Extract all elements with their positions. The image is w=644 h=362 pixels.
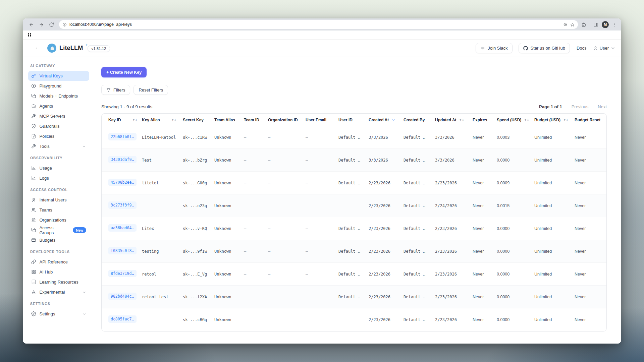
key-id-link[interactable]: 22b68fb0f0… bbox=[108, 133, 137, 140]
sidebar-item-teams[interactable]: Teams bbox=[28, 205, 89, 215]
cell-secret-key: sk-...c1Rw bbox=[180, 126, 212, 149]
cell-key-alias: Test bbox=[139, 149, 180, 172]
sidebar-item-label: Access Groups bbox=[40, 225, 69, 235]
cell-created-by: Default … bbox=[401, 286, 432, 308]
address-bar[interactable]: localhost:4000/ui/?page=api-keys bbox=[59, 20, 578, 29]
cell-user-email: – bbox=[303, 286, 336, 308]
key-id-link[interactable]: 3c273f3f9b… bbox=[108, 201, 137, 209]
cell-team-alias: Unknown bbox=[212, 149, 241, 172]
cell-created-at: 2/23/2026 bbox=[366, 194, 401, 217]
cell-created-at: 2/23/2026 bbox=[366, 308, 401, 331]
browser-menu-icon[interactable] bbox=[612, 22, 617, 27]
table-cell-value: 3/3/2026 bbox=[369, 158, 388, 163]
key-id-link[interactable]: 8fde3719d8… bbox=[108, 270, 137, 277]
reload-button[interactable] bbox=[47, 20, 56, 29]
sidebar-item-settings[interactable]: Settings bbox=[28, 309, 89, 319]
star-github-button[interactable]: Star us on GitHub bbox=[519, 43, 570, 53]
table-cell-value: Default … bbox=[404, 203, 425, 208]
column-header-created-at[interactable]: Created At bbox=[366, 114, 401, 126]
key-id-link[interactable]: 45708b2ee4… bbox=[108, 179, 137, 186]
cell-budget-reset: Never bbox=[572, 308, 607, 331]
column-header-key-alias[interactable]: Key Alias↑↓ bbox=[139, 114, 180, 126]
sidebar-item-agents[interactable]: Agents bbox=[28, 101, 89, 111]
sidebar-item-budgets[interactable]: Budgets bbox=[28, 235, 89, 245]
brand[interactable]: LiteLLM bbox=[47, 44, 83, 53]
cell-budget-reset: Never bbox=[572, 149, 607, 172]
join-slack-button[interactable]: Join Slack bbox=[476, 43, 512, 53]
sidebar-item-mcp-servers[interactable]: MCP Servers bbox=[28, 111, 89, 121]
key-id-link[interactable]: aa36bad046… bbox=[108, 224, 137, 232]
reset-filters-button[interactable]: Reset Filters bbox=[133, 85, 168, 95]
apps-grid-icon[interactable] bbox=[27, 33, 32, 37]
table-cell-value: – bbox=[268, 203, 270, 208]
table-cell-value: – bbox=[306, 317, 308, 322]
table-cell-value: 2/23/2026 bbox=[369, 226, 390, 231]
user-menu[interactable]: User bbox=[593, 46, 615, 51]
profile-avatar[interactable]: M bbox=[602, 21, 609, 28]
filters-button[interactable]: Filters bbox=[101, 85, 130, 95]
sidebar-item-label: Policies bbox=[40, 134, 55, 139]
table-cell-value: 3/3/2026 bbox=[435, 135, 454, 140]
next-page-button[interactable]: Next bbox=[598, 104, 607, 109]
table-row: 8fde3719d8…retoolsk-...E_VgUnknown–––Def… bbox=[102, 263, 607, 286]
url-text[interactable]: localhost:4000/ui/?page=api-keys bbox=[69, 22, 560, 27]
column-header-spend-usd[interactable]: Spend (USD)↑↓ bbox=[494, 114, 532, 126]
sidebar-item-virtual-keys[interactable]: Virtual Keys bbox=[28, 71, 89, 81]
side-panel-icon[interactable] bbox=[593, 22, 598, 27]
column-header-created-by: Created By bbox=[401, 114, 432, 126]
sidebar-item-access-groups[interactable]: Access GroupsNew bbox=[28, 225, 89, 235]
table-cell-value: Never bbox=[575, 295, 586, 299]
cell-budget-reset: Never bbox=[572, 126, 607, 149]
sidebar-item-tools[interactable]: Tools bbox=[28, 141, 89, 151]
extensions-icon[interactable] bbox=[581, 22, 586, 27]
table-cell-value: Default … bbox=[404, 295, 425, 299]
sidebar-item-playground[interactable]: Playground bbox=[28, 81, 89, 91]
key-id-link[interactable]: 34301daf9f… bbox=[108, 156, 137, 163]
cell-expires: Never bbox=[470, 286, 494, 308]
sidebar-item-usage[interactable]: Usage bbox=[28, 163, 89, 173]
sidebar-item-guardrails[interactable]: Guardrails bbox=[28, 121, 89, 131]
column-header-updated-at[interactable]: Updated At↑↓ bbox=[432, 114, 470, 126]
bookmark-star-icon bbox=[570, 22, 575, 27]
cell-created-at: 2/23/2026 bbox=[366, 240, 401, 263]
sidebar-item-api-reference[interactable]: API Reference bbox=[28, 257, 89, 267]
sidebar-item-experimental[interactable]: Experimental bbox=[28, 287, 89, 297]
cell-updated-at: 3/3/2026 bbox=[432, 149, 470, 172]
sidebar-toggle-button[interactable] bbox=[32, 45, 37, 51]
key-id-link[interactable]: 982bd484c7… bbox=[108, 293, 137, 300]
sidebar-item-models-endpoints[interactable]: Models + Endpoints bbox=[28, 91, 89, 101]
key-id-link[interactable]: dc805fac7d… bbox=[108, 315, 137, 323]
table-cell-value: litetet bbox=[142, 181, 159, 185]
sort-icon[interactable]: ↑↓ bbox=[563, 118, 568, 122]
table-cell-value: Never bbox=[575, 249, 586, 254]
sort-icon[interactable]: ↑↓ bbox=[459, 118, 464, 122]
forward-button[interactable] bbox=[37, 20, 46, 29]
sidebar-item-policies[interactable]: Policies bbox=[28, 131, 89, 141]
back-button[interactable] bbox=[27, 20, 36, 29]
sidebar-item-logs[interactable]: Logs bbox=[28, 173, 89, 183]
create-new-key-button[interactable]: + Create New Key bbox=[101, 67, 147, 77]
sort-icon[interactable]: ↑↓ bbox=[132, 118, 137, 122]
sidebar-item-learning-resources[interactable]: Learning Resources bbox=[28, 277, 89, 287]
sort-icon[interactable]: ↑↓ bbox=[171, 118, 176, 122]
column-header-secret-key: Secret Key bbox=[180, 114, 212, 126]
sort-desc-icon[interactable] bbox=[391, 118, 395, 122]
link-icon bbox=[31, 259, 36, 264]
cell-updated-at: 2/23/2026 bbox=[432, 286, 470, 308]
column-header-expires: Expires bbox=[470, 114, 494, 126]
docs-link[interactable]: Docs bbox=[577, 46, 587, 51]
table-cell-value: sk-...o23g bbox=[183, 203, 207, 208]
sort-icon[interactable]: ↑↓ bbox=[524, 118, 529, 122]
column-header-budget-usd[interactable]: Budget (USD)↑↓ bbox=[532, 114, 572, 126]
cell-organization-id: – bbox=[265, 126, 303, 149]
sidebar-item-organizations[interactable]: Organizations bbox=[28, 215, 89, 225]
previous-page-button[interactable]: Previous bbox=[572, 104, 589, 109]
table-cell-value: – bbox=[268, 158, 270, 163]
cell-expires: Never bbox=[470, 308, 494, 331]
key-id-link[interactable]: f0835c0f8d… bbox=[108, 247, 137, 254]
table-cell-value: 2/23/2026 bbox=[369, 272, 390, 277]
table-cell-value: sk-...c1Rw bbox=[183, 135, 207, 140]
sidebar-item-internal-users[interactable]: Internal Users bbox=[28, 195, 89, 205]
column-header-key-id[interactable]: Key ID↑↓ bbox=[102, 114, 139, 126]
sidebar-item-ai-hub[interactable]: AI Hub bbox=[28, 267, 89, 277]
